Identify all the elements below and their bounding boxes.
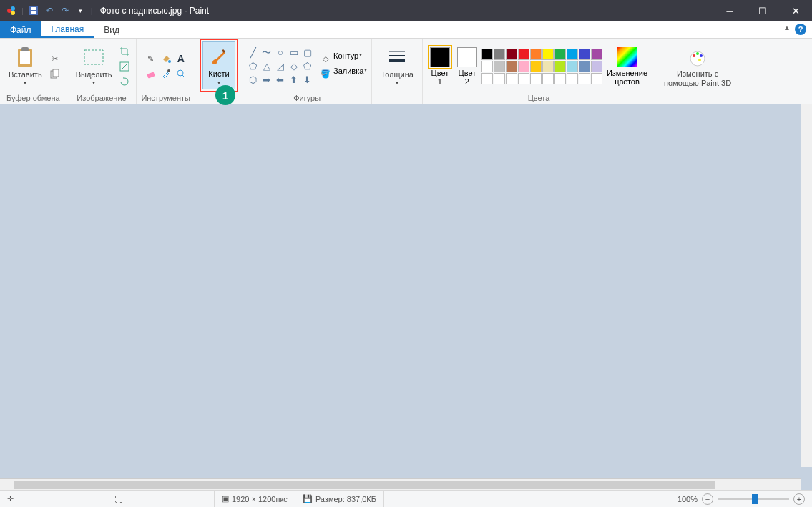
zoom-controls: 100% − + (678, 493, 812, 505)
palette-swatch[interactable] (481, 73, 493, 84)
shape-rtri-icon[interactable]: ◿ (274, 60, 287, 73)
collapse-ribbon-icon[interactable]: ▲ (783, 24, 791, 31)
color1-button[interactable]: Цвет 1 (427, 47, 453, 86)
palette-swatch[interactable] (554, 61, 566, 72)
brushes-button-highlight: Кисти ▾ 1 (200, 39, 238, 92)
shape-larrow-icon[interactable]: ⬅ (274, 74, 287, 87)
outline-button[interactable]: ◇Контур▾ (318, 51, 367, 66)
copy-icon[interactable] (48, 67, 62, 81)
shape-poly-icon[interactable]: ⬠ (247, 60, 260, 73)
palette-swatch[interactable] (530, 49, 542, 60)
paste-button[interactable]: Вставить ▾ (4, 44, 47, 88)
eraser-icon[interactable] (144, 67, 158, 81)
zoom-in-button[interactable]: + (793, 493, 805, 505)
palette-swatch[interactable] (567, 61, 578, 72)
shapes-gallery[interactable]: ╱ 〜 ○ ▭ ▢ ⬠ △ ◿ ◇ ⬠ ⬡ ➡ ⬅ ⬆ ⬇ (247, 46, 314, 87)
select-button[interactable]: Выделить ▾ (72, 44, 117, 88)
edit-colors-button[interactable]: Изменение цветов (604, 47, 650, 86)
size-label: Толщина (381, 70, 414, 79)
magnify-icon[interactable] (174, 67, 188, 81)
shape-uarrow-icon[interactable]: ⬆ (288, 74, 300, 87)
palette-swatch[interactable] (518, 61, 529, 72)
shape-darrow-icon[interactable]: ⬇ (301, 74, 314, 87)
zoom-value: 100% (678, 495, 698, 503)
palette-swatch[interactable] (494, 49, 505, 60)
zoom-slider[interactable] (718, 498, 789, 500)
palette-swatch[interactable] (554, 49, 566, 60)
fill-icon[interactable] (159, 51, 173, 66)
group-image: Выделить ▾ Изображение (67, 39, 137, 104)
qat-dropdown-icon[interactable]: ▾ (75, 5, 87, 16)
svg-rect-11 (84, 50, 103, 64)
palette-swatch[interactable] (579, 49, 590, 60)
shape-rect-icon[interactable]: ▭ (288, 46, 300, 59)
paint3d-button[interactable]: Изменить с помощью Paint 3D (660, 44, 735, 88)
palette-swatch[interactable] (567, 49, 578, 60)
tab-file[interactable]: Файл (0, 21, 41, 38)
minimize-button[interactable]: ─ (713, 0, 746, 21)
vertical-scrollbar[interactable] (801, 104, 812, 467)
palette-swatch[interactable] (506, 61, 517, 72)
color1-label: Цвет 1 (431, 69, 449, 86)
palette-swatch[interactable] (481, 61, 493, 72)
fill-button[interactable]: 🪣Заливка▾ (318, 67, 367, 81)
text-icon[interactable]: A (174, 51, 188, 66)
select-label: Выделить (76, 70, 112, 79)
resize-icon[interactable] (117, 59, 132, 74)
svg-rect-14 (147, 72, 155, 78)
svg-rect-10 (53, 69, 59, 77)
palette-swatch[interactable] (542, 73, 554, 84)
size-icon (386, 46, 409, 69)
undo-icon[interactable]: ↶ (44, 5, 55, 16)
shape-pent-icon[interactable]: ⬠ (301, 60, 314, 73)
palette-swatch[interactable] (530, 61, 542, 72)
palette-swatch[interactable] (591, 49, 602, 60)
palette-swatch[interactable] (506, 49, 517, 60)
palette-swatch[interactable] (591, 73, 602, 84)
palette-swatch[interactable] (591, 61, 602, 72)
group-paint3d: Изменить с помощью Paint 3D . (655, 39, 740, 104)
tab-home[interactable]: Главная (41, 21, 94, 38)
palette-swatch[interactable] (530, 73, 542, 84)
save-icon[interactable] (28, 5, 39, 16)
tab-view[interactable]: Вид (94, 21, 129, 38)
palette-swatch[interactable] (542, 61, 554, 72)
palette-swatch[interactable] (481, 49, 493, 60)
close-button[interactable]: ✕ (779, 0, 812, 21)
pencil-icon[interactable]: ✎ (144, 51, 158, 66)
palette-swatch[interactable] (542, 49, 554, 60)
size-button[interactable]: Толщина ▾ (376, 44, 418, 88)
palette-swatch[interactable] (554, 73, 566, 84)
shape-hex-icon[interactable]: ⬡ (247, 74, 260, 87)
shape-roundrect-icon[interactable]: ▢ (301, 46, 314, 59)
palette-swatch[interactable] (518, 49, 529, 60)
shape-line-icon[interactable]: ╱ (247, 46, 260, 59)
zoom-thumb[interactable] (752, 494, 758, 504)
help-icon[interactable]: ? (795, 24, 806, 35)
shape-tri-icon[interactable]: △ (260, 60, 273, 73)
horizontal-scrollbar[interactable] (0, 478, 801, 490)
shape-rarrow-icon[interactable]: ➡ (260, 74, 273, 87)
palette-swatch[interactable] (494, 73, 505, 84)
color-palette (481, 49, 602, 84)
cut-icon[interactable]: ✂ (48, 51, 62, 66)
shape-curve-icon[interactable]: 〜 (260, 46, 273, 59)
redo-icon[interactable]: ↷ (59, 5, 71, 16)
palette-swatch[interactable] (494, 61, 505, 72)
scroll-thumb[interactable] (14, 481, 715, 489)
palette-swatch[interactable] (579, 73, 590, 84)
shape-diamond-icon[interactable]: ◇ (288, 60, 300, 73)
brushes-button[interactable]: Кисти ▾ (202, 41, 235, 89)
palette-swatch[interactable] (518, 73, 529, 84)
palette-swatch[interactable] (579, 61, 590, 72)
picker-icon[interactable] (159, 67, 173, 81)
palette-swatch[interactable] (506, 73, 517, 84)
canvas-area: Надпись 2 (0, 104, 812, 490)
maximize-button[interactable]: ☐ (746, 0, 779, 21)
shape-oval-icon[interactable]: ○ (274, 46, 287, 59)
rotate-icon[interactable] (117, 74, 132, 89)
palette-swatch[interactable] (567, 73, 578, 84)
crop-icon[interactable] (117, 44, 132, 59)
color2-button[interactable]: Цвет 2 (454, 47, 480, 86)
zoom-out-button[interactable]: − (702, 493, 713, 505)
